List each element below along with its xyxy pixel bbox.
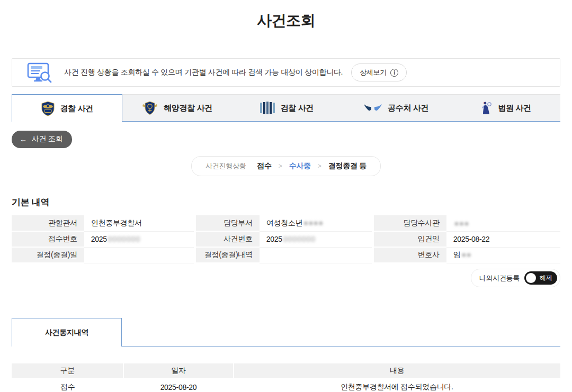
tab-cio-case[interactable]: 공수처 사건 — [341, 94, 451, 122]
coast-guard-emblem-icon — [141, 101, 158, 116]
tab-prosecution-case[interactable]: 검찰 사건 — [232, 94, 342, 122]
page-title: 사건조회 — [12, 11, 560, 31]
field-label: 입건일 — [373, 231, 446, 247]
chevron-right-icon: > — [279, 162, 282, 170]
basic-details-table: 관할관서 인천중부경찰서 담당부서 여성청소년●●●● 담당수사관 ●●● 접수… — [12, 215, 560, 263]
back-row: ← 사건 조회 — [12, 131, 560, 148]
tab-label: 해양경찰 사건 — [164, 103, 212, 113]
progress-row: 사건진행상황 접수 > 수사중 > 결정종결 등 — [12, 156, 560, 176]
field-label: 변호사 — [373, 247, 446, 263]
value-text: 여성청소년 — [266, 218, 303, 227]
field-value-investigator: ●●● — [446, 215, 560, 231]
masked-text: ●●●● — [303, 218, 324, 227]
field-value-lawyer: 임●● — [446, 247, 560, 263]
detail-view-label: 상세보기 — [360, 68, 387, 77]
table-header-row: 구분 일자 내용 — [12, 363, 560, 378]
table-row: 접수번호 20250000000 사건번호 20250000000 입건일 20… — [12, 231, 560, 247]
col-header-type: 구분 — [12, 363, 123, 378]
field-value-receipt-number: 20250000000 — [84, 231, 195, 247]
col-header-date: 일자 — [123, 363, 233, 378]
field-value-department: 여성청소년●●●● — [260, 215, 373, 231]
tab-label: 법원 사건 — [498, 103, 531, 113]
detail-view-button[interactable]: 상세보기 i — [351, 63, 407, 81]
table-row: 접수 2025-08-20 인천중부경찰서에 접수되었습니다. — [12, 378, 560, 392]
value-text: 2025 — [91, 235, 107, 243]
masked-text: 0000000 — [108, 235, 141, 243]
progress-step-investigating: 수사중 — [289, 161, 311, 171]
table-row: 결정(종결)일 결정(종결)내역 변호사 임●● — [12, 247, 560, 263]
field-value-decision-detail — [260, 247, 373, 263]
info-icon: i — [390, 69, 398, 77]
value-text: 2025 — [266, 235, 282, 243]
cell-content: 인천중부경찰서에 접수되었습니다. — [234, 378, 560, 392]
field-label: 사건번호 — [195, 231, 260, 247]
toggle-knob — [526, 273, 536, 283]
my-case-toggle[interactable]: 해제 — [524, 271, 557, 285]
field-label: 결정(종결)내역 — [195, 247, 260, 263]
back-to-case-inquiry-button[interactable]: ← 사건 조회 — [12, 131, 72, 148]
tab-coast-guard-case[interactable]: 해양경찰 사건 — [122, 94, 232, 122]
field-value-jurisdiction: 인천중부경찰서 — [84, 215, 195, 231]
banner-text: 사건 진행 상황을 조회하실 수 있으며 기관별 사건에 따라 검색 가능 대상… — [64, 68, 343, 77]
case-notification-table: 구분 일자 내용 접수 2025-08-20 인천중부경찰서에 접수되었습니다. — [12, 363, 560, 392]
field-value-booking-date: 2025-08-22 — [446, 231, 560, 247]
info-banner: 사건 진행 상황을 조회하실 수 있으며 기관별 사건에 따라 검색 가능 대상… — [12, 58, 560, 87]
progress-label: 사건진행상황 — [205, 161, 246, 171]
field-value-decision-date — [84, 247, 195, 263]
tab-case-notifications[interactable]: 사건통지내역 — [12, 318, 122, 347]
cio-emblem-icon — [363, 103, 382, 113]
field-label: 접수번호 — [12, 231, 84, 247]
chevron-right-icon: > — [318, 162, 321, 170]
value-text: 인천중부경찰서 — [91, 218, 142, 227]
case-progress-pill: 사건진행상황 접수 > 수사중 > 결정종결 등 — [191, 156, 381, 176]
field-value-case-number: 20250000000 — [260, 231, 373, 247]
my-case-register-control: 나의사건등록 해제 — [471, 269, 560, 287]
field-label: 담당수사관 — [373, 215, 446, 231]
field-label: 관할관서 — [12, 215, 84, 231]
notice-tab-bar: 사건통지내역 — [12, 318, 560, 347]
my-case-register-label: 나의사건등록 — [479, 274, 520, 283]
police-emblem-icon — [41, 101, 55, 116]
masked-text: ●● — [461, 250, 471, 259]
tab-label: 경찰 사건 — [60, 104, 94, 114]
progress-step-closed: 결정종결 등 — [328, 161, 367, 171]
cell-type: 접수 — [12, 378, 123, 392]
tab-court-case[interactable]: 법원 사건 — [451, 94, 560, 122]
cell-date: 2025-08-20 — [123, 378, 233, 392]
masked-text: 0000000 — [283, 235, 316, 243]
mycase-row: 나의사건등록 해제 — [12, 269, 560, 287]
toggle-state-label: 해제 — [540, 274, 552, 282]
value-text: 임 — [453, 250, 461, 259]
monitor-search-icon — [26, 62, 53, 83]
tab-police-case[interactable]: 경찰 사건 — [12, 94, 122, 122]
masked-text: ●●● — [454, 219, 469, 227]
progress-step-received: 접수 — [257, 161, 271, 171]
basic-section-title: 기본 내역 — [12, 196, 560, 208]
case-inquiry-page: 사건조회 사건 진행 상황을 조회하실 수 있으며 기관별 사건에 따라 검색 … — [0, 11, 572, 392]
field-label: 결정(종결)일 — [12, 247, 84, 263]
back-button-label: 사건 조회 — [32, 134, 62, 144]
court-emblem-icon — [480, 101, 493, 115]
value-text: 2025-08-22 — [453, 235, 490, 243]
back-arrow-icon: ← — [20, 135, 27, 143]
col-header-content: 내용 — [234, 363, 560, 378]
tab-bar-underline — [122, 318, 560, 347]
agency-tab-bar: 경찰 사건 해양경찰 사건 — [12, 94, 560, 122]
table-row: 관할관서 인천중부경찰서 담당부서 여성청소년●●●● 담당수사관 ●●● — [12, 215, 560, 231]
prosecution-emblem-icon — [260, 102, 275, 114]
tab-label: 검찰 사건 — [281, 103, 314, 113]
field-label: 담당부서 — [195, 215, 260, 231]
tab-label: 공수처 사건 — [388, 103, 428, 113]
